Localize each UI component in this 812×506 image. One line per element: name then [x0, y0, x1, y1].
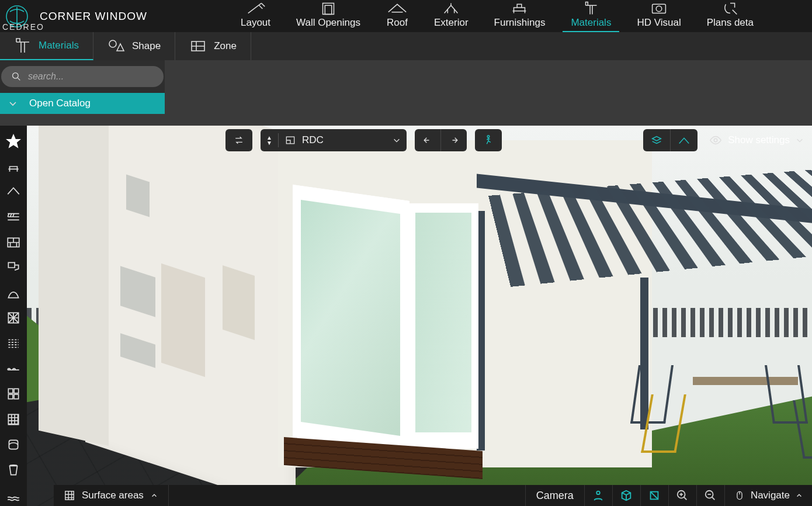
left-panel: Open Catalog — [0, 60, 165, 114]
search-area — [0, 60, 165, 93]
rail-bucket-icon[interactable] — [2, 459, 25, 480]
tab-label: HD Visual — [637, 17, 681, 29]
svg-point-18 — [714, 138, 717, 142]
rail-checker-icon[interactable] — [2, 408, 25, 430]
svg-rect-13 — [14, 394, 19, 399]
search-input[interactable] — [28, 71, 153, 82]
tab-hd-visual[interactable]: HD Visual — [624, 0, 693, 32]
zoom-out-icon — [704, 489, 717, 502]
rail-wood-icon[interactable] — [2, 332, 25, 354]
rail-paint-icon[interactable] — [2, 257, 25, 278]
tab-roof[interactable]: Roof — [373, 0, 421, 32]
show-settings-button[interactable]: Show settings — [706, 129, 807, 151]
tab-materials[interactable]: Materials — [558, 0, 624, 32]
camera-cube-button[interactable] — [612, 485, 640, 506]
undo-icon — [422, 134, 433, 146]
svg-rect-19 — [65, 491, 74, 500]
rail-wallpaper-icon[interactable] — [2, 434, 25, 455]
swap-icon — [233, 134, 245, 146]
undo-button[interactable] — [415, 129, 440, 151]
topdown-icon — [648, 489, 661, 502]
person-walk-icon — [482, 134, 495, 147]
svg-point-7 — [13, 73, 19, 79]
rail-tile-icon[interactable] — [2, 307, 25, 329]
chevron-up-icon — [151, 492, 158, 499]
tab-label: Roof — [387, 17, 408, 29]
rail-furniture-icon[interactable] — [2, 155, 25, 177]
chevron-down-icon — [8, 99, 18, 108]
view-mode-group — [643, 129, 698, 151]
tab-label: Exterior — [434, 17, 469, 29]
redo-button[interactable] — [440, 129, 467, 151]
floor-label: RDC — [302, 134, 387, 146]
subtab-materials[interactable]: Materials — [0, 32, 93, 60]
brand-name: CEDREO — [2, 22, 44, 32]
tab-label: Wall Openings — [296, 17, 360, 29]
swap-button[interactable] — [225, 129, 252, 151]
zoom-in-icon — [676, 489, 689, 502]
viewport-3d[interactable]: ▲▼ RDC Show settings Surface areas — [27, 126, 812, 506]
search-input-wrap[interactable] — [1, 66, 164, 87]
floor-selector[interactable]: ▲▼ RDC — [261, 129, 407, 151]
bottom-bar: Surface areas Camera Navigate — [54, 485, 812, 506]
subtab-zone[interactable]: Zone — [175, 32, 251, 60]
person-icon — [592, 489, 605, 502]
rail-brick-icon[interactable] — [2, 231, 25, 253]
chevron-down-icon — [796, 136, 804, 144]
rail-ground-icon[interactable] — [2, 484, 25, 506]
grid-icon — [64, 490, 75, 501]
view-layers-button[interactable] — [643, 129, 670, 151]
surface-areas-label: Surface areas — [82, 490, 144, 501]
subtab-label: Shape — [132, 40, 161, 52]
tab-label: Furnishings — [494, 17, 546, 29]
svg-rect-15 — [9, 440, 18, 449]
tab-label: Materials — [571, 17, 611, 29]
open-catalog-label: Open Catalog — [29, 98, 91, 109]
zoom-out-button[interactable] — [696, 485, 724, 506]
rail-plaster-icon[interactable] — [2, 282, 25, 304]
navigate-label: Navigate — [751, 490, 790, 501]
search-icon — [12, 71, 21, 82]
svg-point-5 — [109, 40, 116, 47]
tab-label: Plans deta — [707, 17, 754, 29]
svg-rect-1 — [323, 3, 334, 14]
rail-favorites-icon[interactable] — [2, 130, 25, 152]
scene-render — [27, 126, 812, 506]
floor-arrows-icon: ▲▼ — [266, 135, 272, 145]
material-category-rail — [0, 126, 27, 506]
top-nav: Layout Wall Openings Roof Exterior Furni… — [228, 0, 812, 32]
tab-exterior[interactable]: Exterior — [421, 0, 481, 32]
rail-deck-icon[interactable] — [2, 358, 25, 379]
surface-areas-button[interactable]: Surface areas — [54, 485, 169, 506]
elevation-icon — [678, 134, 690, 147]
project-title: CORNER WINDOW — [40, 10, 147, 23]
svg-point-4 — [656, 6, 662, 12]
top-bar: CEDREO CORNER WINDOW Layout Wall Opening… — [0, 0, 812, 32]
svg-rect-10 — [8, 389, 13, 394]
camera-person-button[interactable] — [584, 485, 612, 506]
rail-siding-icon[interactable] — [2, 206, 25, 228]
undo-redo-group — [415, 129, 467, 151]
camera-top-button[interactable] — [640, 485, 668, 506]
tab-plans[interactable]: Plans deta — [694, 0, 766, 32]
svg-point-20 — [597, 491, 601, 495]
rail-mosaic-icon[interactable] — [2, 383, 25, 405]
rail-roof-icon[interactable] — [2, 181, 25, 203]
subtab-label: Materials — [39, 40, 79, 51]
tab-furnishings[interactable]: Furnishings — [481, 0, 558, 32]
svg-rect-12 — [8, 394, 13, 399]
subtab-label: Zone — [214, 40, 237, 52]
zoom-in-button[interactable] — [668, 485, 696, 506]
subtab-shape[interactable]: Shape — [93, 32, 175, 60]
svg-rect-14 — [8, 414, 18, 424]
open-catalog-button[interactable]: Open Catalog — [0, 93, 165, 114]
tab-label: Layout — [241, 17, 270, 29]
walkthrough-button[interactable] — [475, 129, 502, 151]
view-elevation-button[interactable] — [670, 129, 698, 151]
tab-layout[interactable]: Layout — [228, 0, 283, 32]
tab-wall-openings[interactable]: Wall Openings — [283, 0, 373, 32]
svg-point-17 — [487, 136, 490, 138]
navigate-button[interactable]: Navigate — [724, 485, 812, 506]
layers-icon — [650, 134, 663, 147]
floor-plan-icon — [284, 134, 296, 146]
